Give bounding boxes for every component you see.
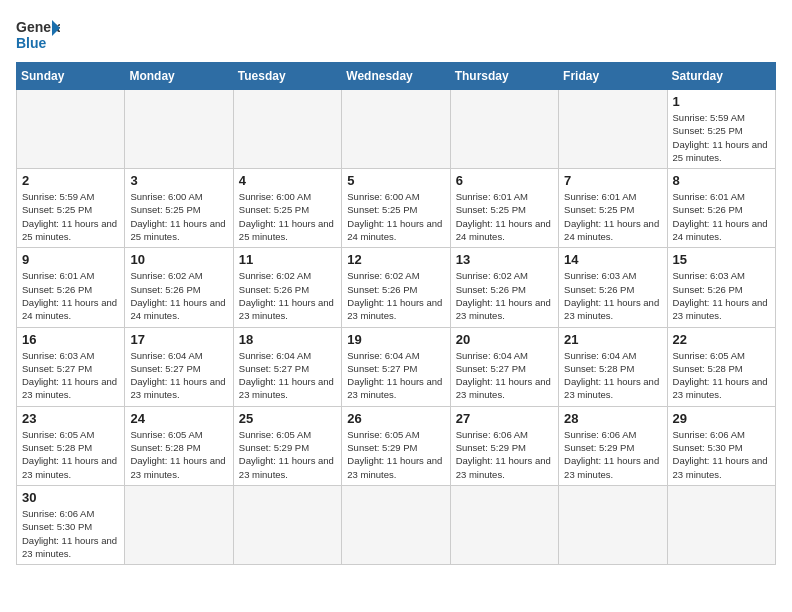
day-info: Sunrise: 6:05 AM Sunset: 5:28 PM Dayligh… [673, 349, 770, 402]
weekday-header-friday: Friday [559, 63, 667, 90]
day-info: Sunrise: 6:01 AM Sunset: 5:26 PM Dayligh… [22, 269, 119, 322]
calendar-cell: 24Sunrise: 6:05 AM Sunset: 5:28 PM Dayli… [125, 406, 233, 485]
calendar-cell: 21Sunrise: 6:04 AM Sunset: 5:28 PM Dayli… [559, 327, 667, 406]
calendar-cell: 7Sunrise: 6:01 AM Sunset: 5:25 PM Daylig… [559, 169, 667, 248]
calendar-cell: 25Sunrise: 6:05 AM Sunset: 5:29 PM Dayli… [233, 406, 341, 485]
day-number: 22 [673, 332, 770, 347]
calendar-week-row: 9Sunrise: 6:01 AM Sunset: 5:26 PM Daylig… [17, 248, 776, 327]
calendar-cell [125, 90, 233, 169]
day-info: Sunrise: 6:04 AM Sunset: 5:27 PM Dayligh… [456, 349, 553, 402]
day-info: Sunrise: 6:02 AM Sunset: 5:26 PM Dayligh… [347, 269, 444, 322]
day-info: Sunrise: 6:01 AM Sunset: 5:26 PM Dayligh… [673, 190, 770, 243]
calendar-cell: 20Sunrise: 6:04 AM Sunset: 5:27 PM Dayli… [450, 327, 558, 406]
calendar-cell: 9Sunrise: 6:01 AM Sunset: 5:26 PM Daylig… [17, 248, 125, 327]
day-number: 21 [564, 332, 661, 347]
day-number: 19 [347, 332, 444, 347]
calendar-cell: 12Sunrise: 6:02 AM Sunset: 5:26 PM Dayli… [342, 248, 450, 327]
day-info: Sunrise: 6:00 AM Sunset: 5:25 PM Dayligh… [347, 190, 444, 243]
calendar-cell: 28Sunrise: 6:06 AM Sunset: 5:29 PM Dayli… [559, 406, 667, 485]
calendar-cell [342, 90, 450, 169]
svg-text:Blue: Blue [16, 35, 47, 51]
day-number: 4 [239, 173, 336, 188]
calendar-cell: 1Sunrise: 5:59 AM Sunset: 5:25 PM Daylig… [667, 90, 775, 169]
calendar-cell: 10Sunrise: 6:02 AM Sunset: 5:26 PM Dayli… [125, 248, 233, 327]
day-info: Sunrise: 6:00 AM Sunset: 5:25 PM Dayligh… [239, 190, 336, 243]
weekday-header-tuesday: Tuesday [233, 63, 341, 90]
day-number: 7 [564, 173, 661, 188]
calendar-cell: 17Sunrise: 6:04 AM Sunset: 5:27 PM Dayli… [125, 327, 233, 406]
calendar-cell: 23Sunrise: 6:05 AM Sunset: 5:28 PM Dayli… [17, 406, 125, 485]
calendar-cell: 13Sunrise: 6:02 AM Sunset: 5:26 PM Dayli… [450, 248, 558, 327]
calendar-cell: 26Sunrise: 6:05 AM Sunset: 5:29 PM Dayli… [342, 406, 450, 485]
day-number: 30 [22, 490, 119, 505]
calendar-cell [559, 485, 667, 564]
day-info: Sunrise: 6:04 AM Sunset: 5:27 PM Dayligh… [347, 349, 444, 402]
day-number: 5 [347, 173, 444, 188]
day-number: 18 [239, 332, 336, 347]
calendar-cell: 14Sunrise: 6:03 AM Sunset: 5:26 PM Dayli… [559, 248, 667, 327]
logo-svg: General Blue [16, 16, 60, 52]
day-info: Sunrise: 6:06 AM Sunset: 5:29 PM Dayligh… [564, 428, 661, 481]
day-number: 16 [22, 332, 119, 347]
day-number: 1 [673, 94, 770, 109]
day-info: Sunrise: 6:06 AM Sunset: 5:30 PM Dayligh… [22, 507, 119, 560]
calendar-week-row: 1Sunrise: 5:59 AM Sunset: 5:25 PM Daylig… [17, 90, 776, 169]
day-info: Sunrise: 6:02 AM Sunset: 5:26 PM Dayligh… [456, 269, 553, 322]
calendar-week-row: 16Sunrise: 6:03 AM Sunset: 5:27 PM Dayli… [17, 327, 776, 406]
day-number: 2 [22, 173, 119, 188]
day-number: 24 [130, 411, 227, 426]
weekday-header-thursday: Thursday [450, 63, 558, 90]
day-info: Sunrise: 6:05 AM Sunset: 5:29 PM Dayligh… [239, 428, 336, 481]
day-number: 6 [456, 173, 553, 188]
calendar-cell: 5Sunrise: 6:00 AM Sunset: 5:25 PM Daylig… [342, 169, 450, 248]
day-info: Sunrise: 6:03 AM Sunset: 5:26 PM Dayligh… [564, 269, 661, 322]
day-number: 13 [456, 252, 553, 267]
calendar-cell: 27Sunrise: 6:06 AM Sunset: 5:29 PM Dayli… [450, 406, 558, 485]
calendar-cell [667, 485, 775, 564]
calendar-cell [125, 485, 233, 564]
day-number: 17 [130, 332, 227, 347]
day-number: 28 [564, 411, 661, 426]
calendar-cell: 16Sunrise: 6:03 AM Sunset: 5:27 PM Dayli… [17, 327, 125, 406]
day-number: 3 [130, 173, 227, 188]
calendar-cell [233, 485, 341, 564]
day-number: 9 [22, 252, 119, 267]
calendar-cell: 11Sunrise: 6:02 AM Sunset: 5:26 PM Dayli… [233, 248, 341, 327]
day-info: Sunrise: 5:59 AM Sunset: 5:25 PM Dayligh… [22, 190, 119, 243]
calendar-cell: 4Sunrise: 6:00 AM Sunset: 5:25 PM Daylig… [233, 169, 341, 248]
calendar-cell [559, 90, 667, 169]
weekday-header-sunday: Sunday [17, 63, 125, 90]
day-info: Sunrise: 6:03 AM Sunset: 5:27 PM Dayligh… [22, 349, 119, 402]
day-info: Sunrise: 6:06 AM Sunset: 5:30 PM Dayligh… [673, 428, 770, 481]
day-info: Sunrise: 6:02 AM Sunset: 5:26 PM Dayligh… [239, 269, 336, 322]
logo: General Blue [16, 16, 60, 52]
day-info: Sunrise: 6:06 AM Sunset: 5:29 PM Dayligh… [456, 428, 553, 481]
calendar-cell: 29Sunrise: 6:06 AM Sunset: 5:30 PM Dayli… [667, 406, 775, 485]
calendar-cell: 6Sunrise: 6:01 AM Sunset: 5:25 PM Daylig… [450, 169, 558, 248]
day-number: 27 [456, 411, 553, 426]
day-info: Sunrise: 6:01 AM Sunset: 5:25 PM Dayligh… [564, 190, 661, 243]
calendar-cell: 2Sunrise: 5:59 AM Sunset: 5:25 PM Daylig… [17, 169, 125, 248]
calendar-cell: 19Sunrise: 6:04 AM Sunset: 5:27 PM Dayli… [342, 327, 450, 406]
calendar-cell [450, 90, 558, 169]
day-number: 26 [347, 411, 444, 426]
day-number: 11 [239, 252, 336, 267]
calendar-cell [233, 90, 341, 169]
day-number: 15 [673, 252, 770, 267]
day-info: Sunrise: 6:00 AM Sunset: 5:25 PM Dayligh… [130, 190, 227, 243]
calendar-cell [17, 90, 125, 169]
day-info: Sunrise: 6:04 AM Sunset: 5:27 PM Dayligh… [239, 349, 336, 402]
calendar-cell: 8Sunrise: 6:01 AM Sunset: 5:26 PM Daylig… [667, 169, 775, 248]
day-number: 14 [564, 252, 661, 267]
calendar: SundayMondayTuesdayWednesdayThursdayFrid… [16, 62, 776, 565]
calendar-cell [450, 485, 558, 564]
day-info: Sunrise: 5:59 AM Sunset: 5:25 PM Dayligh… [673, 111, 770, 164]
day-info: Sunrise: 6:05 AM Sunset: 5:28 PM Dayligh… [22, 428, 119, 481]
day-info: Sunrise: 6:02 AM Sunset: 5:26 PM Dayligh… [130, 269, 227, 322]
weekday-header-monday: Monday [125, 63, 233, 90]
calendar-cell: 3Sunrise: 6:00 AM Sunset: 5:25 PM Daylig… [125, 169, 233, 248]
calendar-cell [342, 485, 450, 564]
day-info: Sunrise: 6:04 AM Sunset: 5:27 PM Dayligh… [130, 349, 227, 402]
day-number: 25 [239, 411, 336, 426]
weekday-header-saturday: Saturday [667, 63, 775, 90]
